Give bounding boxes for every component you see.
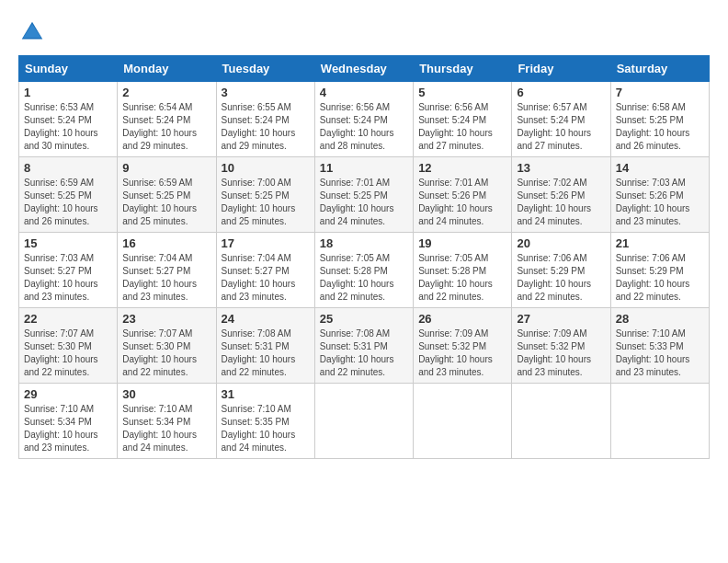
calendar-cell: 6 Sunrise: 6:57 AMSunset: 5:24 PMDayligh… [512, 82, 610, 157]
day-info: Sunrise: 6:53 AMSunset: 5:24 PMDaylight:… [24, 102, 98, 151]
day-info: Sunrise: 6:56 AMSunset: 5:24 PMDaylight:… [418, 102, 493, 151]
weekday-wednesday: Wednesday [314, 56, 413, 82]
calendar-cell: 21 Sunrise: 7:06 AMSunset: 5:29 PMDaylig… [610, 233, 709, 308]
calendar-cell: 14 Sunrise: 7:03 AMSunset: 5:26 PMDaylig… [610, 157, 709, 233]
day-info: Sunrise: 7:07 AMSunset: 5:30 PMDaylight:… [24, 328, 98, 377]
day-number: 25 [320, 312, 408, 326]
calendar-cell: 19 Sunrise: 7:05 AMSunset: 5:28 PMDaylig… [414, 233, 512, 308]
day-info: Sunrise: 7:09 AMSunset: 5:32 PMDaylight:… [517, 328, 591, 377]
day-info: Sunrise: 6:59 AMSunset: 5:25 PMDaylight:… [122, 178, 197, 226]
day-info: Sunrise: 7:06 AMSunset: 5:29 PMDaylight:… [616, 253, 690, 302]
calendar-cell: 26 Sunrise: 7:09 AMSunset: 5:32 PMDaylig… [414, 308, 512, 384]
calendar-cell: 17 Sunrise: 7:04 AMSunset: 5:27 PMDaylig… [216, 233, 314, 308]
day-number: 3 [222, 86, 310, 99]
day-info: Sunrise: 7:06 AMSunset: 5:29 PMDaylight:… [517, 253, 591, 302]
day-info: Sunrise: 6:55 AMSunset: 5:24 PMDaylight:… [222, 102, 296, 151]
day-number: 4 [320, 86, 408, 99]
day-number: 6 [517, 86, 605, 99]
day-info: Sunrise: 7:08 AMSunset: 5:31 PMDaylight:… [222, 328, 296, 377]
calendar-body: 1 Sunrise: 6:53 AMSunset: 5:24 PMDayligh… [19, 82, 710, 459]
day-number: 5 [418, 86, 506, 99]
day-info: Sunrise: 7:05 AMSunset: 5:28 PMDaylight:… [320, 253, 394, 302]
svg-marker-1 [23, 24, 41, 38]
day-number: 14 [616, 161, 704, 175]
week-row-2: 8 Sunrise: 6:59 AMSunset: 5:25 PMDayligh… [19, 157, 710, 233]
weekday-friday: Friday [512, 56, 610, 82]
calendar-cell: 25 Sunrise: 7:08 AMSunset: 5:31 PMDaylig… [314, 308, 413, 384]
day-number: 24 [222, 312, 310, 326]
weekday-tuesday: Tuesday [216, 56, 314, 82]
day-number: 1 [24, 86, 112, 99]
day-number: 17 [222, 236, 310, 250]
day-info: Sunrise: 7:04 AMSunset: 5:27 PMDaylight:… [122, 253, 197, 302]
calendar-cell: 10 Sunrise: 7:00 AMSunset: 5:25 PMDaylig… [216, 157, 314, 233]
day-number: 2 [122, 86, 210, 99]
calendar-cell: 13 Sunrise: 7:02 AMSunset: 5:26 PMDaylig… [512, 157, 610, 233]
day-info: Sunrise: 7:09 AMSunset: 5:32 PMDaylight:… [418, 328, 493, 377]
calendar-cell: 20 Sunrise: 7:06 AMSunset: 5:29 PMDaylig… [512, 233, 610, 308]
calendar-cell: 4 Sunrise: 6:56 AMSunset: 5:24 PMDayligh… [314, 82, 413, 157]
day-number: 26 [418, 312, 506, 326]
day-number: 31 [222, 387, 310, 401]
calendar-cell [512, 384, 610, 459]
weekday-sunday: Sunday [19, 56, 118, 82]
calendar-cell: 24 Sunrise: 7:08 AMSunset: 5:31 PMDaylig… [216, 308, 314, 384]
calendar-cell [414, 384, 512, 459]
day-info: Sunrise: 7:04 AMSunset: 5:27 PMDaylight:… [222, 253, 296, 302]
weekday-thursday: Thursday [414, 56, 512, 82]
day-info: Sunrise: 7:05 AMSunset: 5:28 PMDaylight:… [418, 253, 493, 302]
week-row-3: 15 Sunrise: 7:03 AMSunset: 5:27 PMDaylig… [19, 233, 710, 308]
day-info: Sunrise: 7:10 AMSunset: 5:35 PMDaylight:… [222, 404, 296, 453]
calendar-cell: 7 Sunrise: 6:58 AMSunset: 5:25 PMDayligh… [610, 82, 709, 157]
week-row-5: 29 Sunrise: 7:10 AMSunset: 5:34 PMDaylig… [19, 384, 710, 459]
week-row-4: 22 Sunrise: 7:07 AMSunset: 5:30 PMDaylig… [19, 308, 710, 384]
calendar-cell: 2 Sunrise: 6:54 AMSunset: 5:24 PMDayligh… [118, 82, 216, 157]
day-info: Sunrise: 6:56 AMSunset: 5:24 PMDaylight:… [320, 102, 394, 151]
day-number: 29 [24, 387, 112, 401]
day-info: Sunrise: 6:54 AMSunset: 5:24 PMDaylight:… [122, 102, 197, 151]
day-number: 16 [122, 236, 210, 250]
day-number: 22 [24, 312, 112, 326]
calendar-cell: 18 Sunrise: 7:05 AMSunset: 5:28 PMDaylig… [314, 233, 413, 308]
calendar-cell: 28 Sunrise: 7:10 AMSunset: 5:33 PMDaylig… [610, 308, 709, 384]
calendar-cell: 12 Sunrise: 7:01 AMSunset: 5:26 PMDaylig… [414, 157, 512, 233]
day-number: 21 [616, 236, 704, 250]
day-number: 28 [616, 312, 704, 326]
day-number: 15 [24, 236, 112, 250]
day-number: 7 [616, 86, 704, 99]
day-number: 18 [320, 236, 408, 250]
day-info: Sunrise: 7:08 AMSunset: 5:31 PMDaylight:… [320, 328, 394, 377]
day-number: 11 [320, 161, 408, 175]
calendar-cell: 23 Sunrise: 7:07 AMSunset: 5:30 PMDaylig… [118, 308, 216, 384]
page-header [18, 18, 710, 46]
week-row-1: 1 Sunrise: 6:53 AMSunset: 5:24 PMDayligh… [19, 82, 710, 157]
calendar-cell: 31 Sunrise: 7:10 AMSunset: 5:35 PMDaylig… [216, 384, 314, 459]
calendar-cell: 8 Sunrise: 6:59 AMSunset: 5:25 PMDayligh… [19, 157, 118, 233]
day-number: 9 [122, 161, 210, 175]
calendar-cell: 27 Sunrise: 7:09 AMSunset: 5:32 PMDaylig… [512, 308, 610, 384]
calendar-table: SundayMondayTuesdayWednesdayThursdayFrid… [18, 55, 710, 459]
calendar-cell: 29 Sunrise: 7:10 AMSunset: 5:34 PMDaylig… [19, 384, 118, 459]
day-info: Sunrise: 7:03 AMSunset: 5:26 PMDaylight:… [616, 178, 690, 226]
calendar-cell: 11 Sunrise: 7:01 AMSunset: 5:25 PMDaylig… [314, 157, 413, 233]
day-info: Sunrise: 6:58 AMSunset: 5:25 PMDaylight:… [616, 102, 690, 151]
day-info: Sunrise: 7:03 AMSunset: 5:27 PMDaylight:… [24, 253, 98, 302]
day-info: Sunrise: 7:00 AMSunset: 5:25 PMDaylight:… [222, 178, 296, 226]
weekday-header-row: SundayMondayTuesdayWednesdayThursdayFrid… [19, 56, 710, 82]
day-number: 19 [418, 236, 506, 250]
day-info: Sunrise: 6:59 AMSunset: 5:25 PMDaylight:… [24, 178, 98, 226]
day-number: 12 [418, 161, 506, 175]
calendar-cell: 9 Sunrise: 6:59 AMSunset: 5:25 PMDayligh… [118, 157, 216, 233]
day-info: Sunrise: 7:10 AMSunset: 5:34 PMDaylight:… [24, 404, 98, 453]
calendar-cell [314, 384, 413, 459]
calendar-cell: 3 Sunrise: 6:55 AMSunset: 5:24 PMDayligh… [216, 82, 314, 157]
calendar-cell: 15 Sunrise: 7:03 AMSunset: 5:27 PMDaylig… [19, 233, 118, 308]
day-number: 20 [517, 236, 605, 250]
calendar-cell: 5 Sunrise: 6:56 AMSunset: 5:24 PMDayligh… [414, 82, 512, 157]
day-number: 13 [517, 161, 605, 175]
calendar-cell: 16 Sunrise: 7:04 AMSunset: 5:27 PMDaylig… [118, 233, 216, 308]
day-info: Sunrise: 7:07 AMSunset: 5:30 PMDaylight:… [122, 328, 197, 377]
calendar-cell: 22 Sunrise: 7:07 AMSunset: 5:30 PMDaylig… [19, 308, 118, 384]
day-number: 27 [517, 312, 605, 326]
logo-icon [18, 18, 46, 46]
